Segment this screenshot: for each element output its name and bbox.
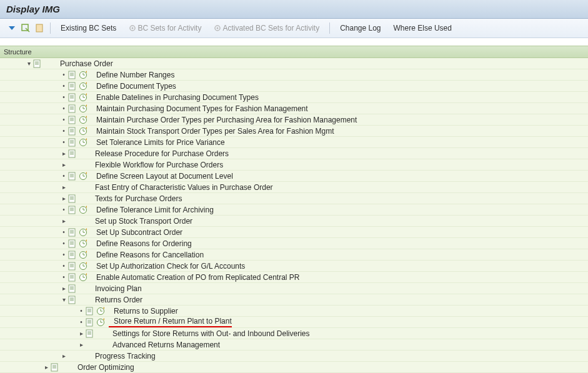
- svg-rect-47: [69, 127, 75, 135]
- document-icon[interactable]: [67, 71, 77, 79]
- execute-icon[interactable]: [96, 307, 106, 316]
- document-icon[interactable]: [67, 116, 77, 124]
- document-icon[interactable]: [67, 194, 77, 203]
- leaf-bullet-icon: •: [60, 229, 67, 236]
- tree-label: Returns Order: [90, 296, 142, 304]
- leaf-bullet-icon: •: [60, 206, 67, 213]
- leaf-bullet-icon: •: [60, 172, 67, 179]
- execute-icon[interactable]: [79, 127, 89, 136]
- tree-node[interactable]: •Enable Datelines in Purchasing Document…: [0, 92, 588, 103]
- tree-node[interactable]: ▸Release Procedure for Purchase Orders: [0, 148, 588, 159]
- tree-node[interactable]: •Define Reasons for Ordering: [0, 238, 588, 249]
- tree-node[interactable]: •Define Number Ranges: [0, 69, 588, 81]
- tree-label: Returns to Supplier: [109, 307, 178, 316]
- tree-node[interactable]: •Store Return / Return Plant to Plant: [0, 317, 588, 328]
- execute-icon[interactable]: [79, 206, 89, 214]
- tree-node[interactable]: •Maintain Stock Transport Order Types pe…: [0, 126, 588, 137]
- execute-icon[interactable]: [79, 116, 89, 124]
- tree-node-root[interactable]: ▾ Purchase Order: [0, 58, 588, 69]
- document-icon[interactable]: [67, 239, 77, 248]
- document-icon[interactable]: [67, 149, 77, 158]
- tree-node[interactable]: •Set Up Authorization Check for G/L Acco…: [0, 261, 588, 272]
- leaf-bullet-icon: •: [60, 82, 67, 89]
- execute-icon[interactable]: [79, 239, 89, 248]
- tree-node[interactable]: •Maintain Purchase Order Types per Purch…: [0, 114, 588, 126]
- tree-node[interactable]: •Enable Automatic Creation of PO from Re…: [0, 272, 588, 283]
- execute-icon[interactable]: [79, 172, 89, 181]
- document-icon[interactable]: [67, 127, 77, 136]
- execute-icon[interactable]: [79, 251, 89, 259]
- execute-icon[interactable]: [79, 138, 89, 147]
- find-icon[interactable]: [20, 22, 31, 34]
- tree-node[interactable]: •Define Document Types: [0, 81, 588, 92]
- document-icon[interactable]: [67, 296, 77, 304]
- expand-icon[interactable]: ▸: [42, 364, 50, 371]
- tree-node[interactable]: ▸Flexible Workflow for Purchase Orders: [0, 159, 588, 171]
- tree-node[interactable]: ▸Progress Tracking: [0, 351, 588, 362]
- document-icon[interactable]: [67, 251, 77, 259]
- document-icon[interactable]: [32, 59, 42, 68]
- tree-label: Maintain Purchasing Document Types for F…: [91, 104, 308, 113]
- execute-icon[interactable]: [79, 82, 89, 91]
- document-icon[interactable]: [67, 82, 77, 91]
- tree-node[interactable]: •Maintain Purchasing Document Types for …: [0, 103, 588, 114]
- tree-node[interactable]: ▸Settings for Store Returns with Out- an…: [0, 328, 588, 339]
- clipboard-icon[interactable]: [34, 22, 45, 34]
- document-icon[interactable]: [67, 138, 77, 147]
- leaf-bullet-icon: •: [60, 274, 67, 281]
- collapse-icon[interactable]: ▾: [25, 60, 32, 67]
- document-icon[interactable]: [67, 206, 77, 214]
- tree-node[interactable]: ▸Advanced Returns Management: [0, 339, 588, 351]
- expand-icon[interactable]: ▸: [60, 150, 67, 157]
- expand-icon[interactable]: ▸: [60, 161, 67, 168]
- existing-bc-sets-button[interactable]: Existing BC Sets: [56, 22, 121, 34]
- execute-icon[interactable]: [96, 318, 106, 327]
- svg-rect-8: [34, 60, 40, 67]
- document-icon[interactable]: [85, 318, 95, 327]
- document-icon[interactable]: [85, 329, 95, 338]
- expand-icon[interactable]: ▸: [60, 217, 67, 224]
- where-else-used-button[interactable]: Where Else Used: [389, 22, 457, 34]
- img-tree: ▾ Purchase Order •Define Number Ranges•D…: [0, 58, 588, 373]
- document-icon[interactable]: [67, 104, 77, 113]
- execute-icon[interactable]: [79, 104, 89, 113]
- expand-icon[interactable]: ▸: [60, 184, 67, 191]
- expand-icon[interactable]: ▸: [77, 341, 85, 348]
- expand-icon[interactable]: ▸: [60, 285, 67, 292]
- execute-icon[interactable]: [79, 273, 89, 282]
- document-icon[interactable]: [85, 307, 95, 316]
- tree-node[interactable]: •Set Tolerance Limits for Price Variance: [0, 137, 588, 148]
- execute-icon[interactable]: [79, 93, 89, 102]
- tree-node[interactable]: ▸Fast Entry of Characteristic Values in …: [0, 182, 588, 193]
- change-log-button[interactable]: Change Log: [335, 22, 386, 34]
- expand-icon[interactable]: ▸: [60, 195, 67, 202]
- tree-node[interactable]: •Define Screen Layout at Document Level: [0, 171, 588, 182]
- tree-node[interactable]: ▸Order Optimizing: [0, 362, 588, 373]
- tree-node[interactable]: •Set Up Subcontract Order: [0, 227, 588, 238]
- tree-node[interactable]: •Returns to Supplier: [0, 306, 588, 317]
- document-icon[interactable]: [67, 93, 77, 102]
- execute-icon[interactable]: [79, 262, 89, 271]
- tree-node[interactable]: •Define Tolerance Limit for Archiving: [0, 204, 588, 216]
- document-icon[interactable]: [67, 228, 77, 237]
- expand-all-icon[interactable]: [6, 22, 17, 34]
- tree-label: Flexible Workflow for Purchase Orders: [90, 161, 223, 169]
- execute-icon[interactable]: [79, 71, 89, 79]
- svg-rect-26: [69, 94, 75, 101]
- expand-icon[interactable]: ▸: [77, 330, 85, 337]
- document-icon[interactable]: [50, 363, 60, 372]
- collapse-icon[interactable]: ▾: [60, 296, 67, 303]
- document-icon[interactable]: [67, 262, 77, 271]
- svg-rect-144: [51, 364, 57, 371]
- document-icon[interactable]: [67, 273, 77, 282]
- leaf-bullet-icon: •: [77, 319, 85, 326]
- tree-node[interactable]: •Define Reasons for Cancellation: [0, 249, 588, 261]
- document-icon[interactable]: [67, 172, 77, 181]
- tree-node[interactable]: ▾Returns Order: [0, 294, 588, 306]
- tree-node[interactable]: ▸Set up Stock Transport Order: [0, 216, 588, 227]
- expand-icon[interactable]: ▸: [60, 352, 67, 359]
- tree-node[interactable]: ▸Invoicing Plan: [0, 283, 588, 294]
- document-icon[interactable]: [67, 284, 77, 293]
- execute-icon[interactable]: [79, 228, 89, 237]
- tree-node[interactable]: ▸Texts for Purchase Orders: [0, 193, 588, 204]
